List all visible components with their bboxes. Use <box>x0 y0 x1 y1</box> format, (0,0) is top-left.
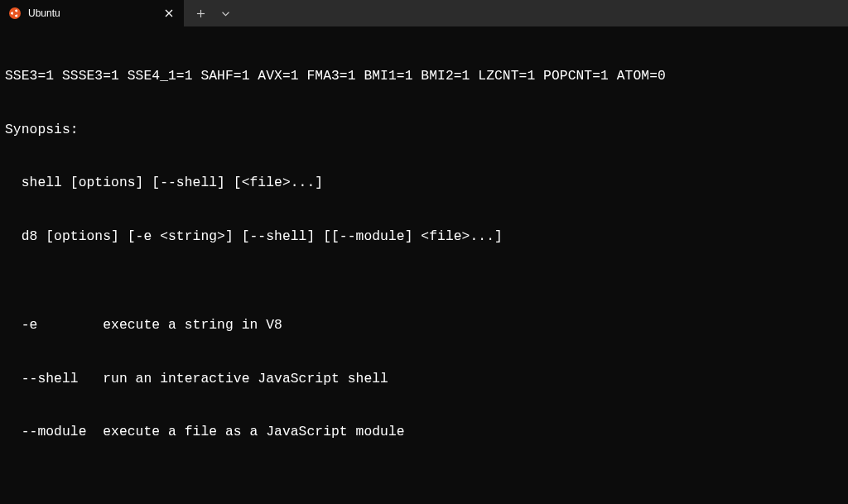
terminal-line: shell [options] [--shell] [<file>...] <box>5 174 843 192</box>
terminal-output[interactable]: SSE3=1 SSSE3=1 SSE4_1=1 SAHF=1 AVX=1 FMA… <box>0 26 848 504</box>
new-tab-button[interactable] <box>189 2 212 25</box>
title-bar: Ubuntu <box>0 0 848 26</box>
terminal-line: --shell run an interactive JavaScript sh… <box>5 370 843 388</box>
tab-dropdown-button[interactable] <box>214 2 237 25</box>
title-actions <box>184 0 237 26</box>
terminal-line: Synopsis: <box>5 121 843 139</box>
terminal-line: d8 [options] [-e <string>] [--shell] [[-… <box>5 228 843 246</box>
terminal-line: SSE3=1 SSSE3=1 SSE4_1=1 SAHF=1 AVX=1 FMA… <box>5 67 843 85</box>
terminal-line: --module execute a file as a JavaScript … <box>5 423 843 441</box>
ubuntu-icon <box>8 7 22 20</box>
tab-title: Ubuntu <box>28 7 156 19</box>
terminal-line: -e execute a string in V8 <box>5 316 843 334</box>
tab-ubuntu[interactable]: Ubuntu <box>0 0 184 26</box>
close-icon[interactable] <box>162 7 176 20</box>
